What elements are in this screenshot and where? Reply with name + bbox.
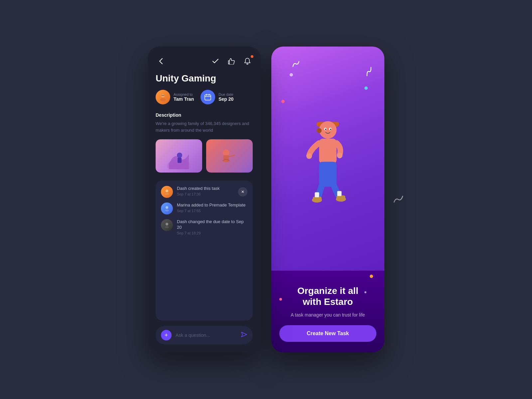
question-input[interactable]: Ask a question... — [176, 332, 237, 338]
assignee-item: Assigned to Tam Tran — [156, 90, 194, 104]
svg-rect-36 — [337, 191, 341, 196]
svg-rect-11 — [223, 155, 229, 162]
due-date-value: Sep 20 — [218, 96, 233, 102]
header-icons-right — [210, 56, 253, 66]
like-button[interactable] — [226, 56, 237, 66]
due-date-icon — [200, 90, 215, 104]
activity-text-2: Dash changed the due date to Sep 20 — [177, 219, 247, 230]
activity-item-1: Marina added to Premade Template Sep 7 a… — [161, 202, 247, 214]
due-date-label: Due date — [218, 92, 233, 96]
right-phone-bottom: Organize it all with Estaro A task manag… — [271, 271, 384, 352]
due-date-text: Due date Sep 20 — [218, 92, 233, 102]
right-phone-top — [271, 47, 384, 271]
activity-avatar-2 — [161, 219, 173, 231]
external-squiggle — [392, 193, 404, 206]
add-button[interactable]: + — [161, 330, 172, 340]
decorative-squiggle-top — [291, 60, 301, 70]
due-date-item: Due date Sep 20 — [200, 90, 233, 104]
svg-point-10 — [223, 149, 229, 156]
decorative-dot-orange — [370, 275, 373, 278]
check-button[interactable] — [210, 56, 221, 66]
activity-time-1: Sep 7 at 17:55 — [177, 209, 247, 213]
activity-item-2: Dash changed the due date to Sep 20 Sep … — [161, 219, 247, 235]
svg-rect-30 — [319, 162, 337, 187]
left-phone-header — [156, 56, 253, 66]
activity-close-button[interactable]: ✕ — [238, 187, 247, 197]
svg-point-17 — [166, 223, 168, 225]
task-title: Unity Gaming — [156, 73, 253, 84]
svg-point-28 — [306, 153, 312, 159]
input-row: + Ask a question... — [156, 326, 253, 344]
svg-point-25 — [330, 129, 332, 130]
decorative-dot-1 — [290, 73, 293, 76]
create-task-button[interactable]: Create New Task — [279, 325, 376, 342]
activity-avatar-1 — [161, 202, 173, 214]
svg-rect-33 — [313, 197, 322, 201]
assignee-text: Assigned to Tam Tran — [174, 92, 194, 102]
description-title: Description — [156, 112, 253, 118]
task-image-2 — [206, 139, 253, 173]
decorative-dot-2 — [281, 100, 285, 103]
assignee-row: Assigned to Tam Tran Due date Sep 20 — [156, 90, 253, 104]
activity-avatar-0 — [161, 186, 173, 198]
svg-rect-34 — [336, 196, 345, 200]
activity-time-2: Sep 7 at 18:29 — [177, 231, 247, 235]
activity-content-2: Dash changed the due date to Sep 20 Sep … — [177, 219, 247, 235]
svg-point-16 — [165, 209, 169, 211]
activity-content-1: Marina added to Premade Template Sep 7 a… — [177, 202, 247, 213]
task-image-1 — [156, 139, 202, 173]
notification-dot — [251, 55, 253, 58]
svg-point-1 — [160, 98, 166, 101]
left-phone: Unity Gaming Assigned — [148, 47, 261, 352]
decorative-squiggle-right — [363, 65, 376, 80]
assignee-name: Tam Tran — [174, 96, 194, 102]
decorative-dot-3 — [364, 86, 368, 90]
svg-point-13 — [166, 190, 168, 192]
activity-content-0: Dash created this task Sep 7 at 17:36 — [177, 186, 234, 196]
svg-point-8 — [177, 153, 182, 158]
back-button[interactable] — [156, 56, 166, 66]
svg-rect-6 — [205, 95, 211, 100]
phones-container: Unity Gaming Assigned — [148, 47, 384, 352]
activity-item-0: Dash created this task Sep 7 at 17:36 ✕ — [161, 186, 247, 198]
notification-wrapper — [242, 56, 253, 66]
activity-section: Dash created this task Sep 7 at 17:36 ✕ … — [156, 181, 253, 321]
organize-title: Organize it all with Estaro — [297, 285, 358, 308]
svg-point-24 — [325, 129, 327, 130]
organize-subtitle: A task manager you can trust for life — [291, 312, 365, 319]
activity-time-0: Sep 7 at 17:36 — [177, 192, 234, 196]
description-text: We're a growing family of 346,345 design… — [156, 120, 253, 133]
activity-text-0: Dash created this task — [177, 186, 234, 192]
svg-rect-9 — [178, 158, 182, 163]
assignee-label: Assigned to — [174, 92, 194, 96]
svg-point-26 — [317, 128, 322, 133]
svg-point-29 — [337, 153, 342, 158]
send-button[interactable] — [241, 331, 247, 339]
task-images — [156, 139, 253, 173]
svg-rect-35 — [315, 192, 319, 197]
svg-point-18 — [165, 226, 169, 228]
decorative-dot-small — [364, 291, 366, 293]
svg-point-21 — [319, 121, 337, 139]
svg-point-15 — [166, 206, 168, 209]
character-figure — [285, 105, 371, 212]
svg-line-12 — [229, 155, 234, 157]
decorative-dot-pink — [279, 298, 282, 301]
assignee-avatar — [156, 90, 170, 104]
right-phone: Organize it all with Estaro A task manag… — [271, 47, 384, 352]
svg-point-14 — [165, 193, 169, 195]
activity-text-1: Marina added to Premade Template — [177, 202, 247, 208]
